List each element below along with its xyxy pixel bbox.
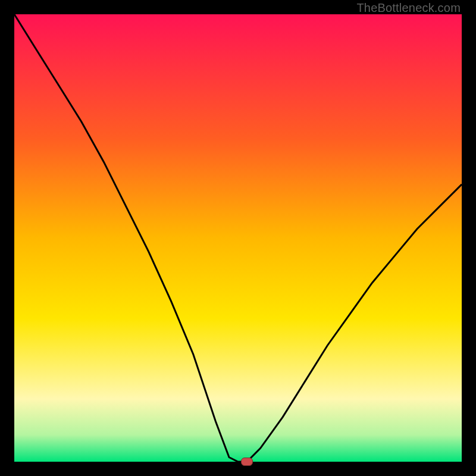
gradient-rect bbox=[14, 14, 462, 462]
bottleneck-marker bbox=[241, 458, 253, 466]
gradient-background bbox=[14, 14, 462, 462]
watermark-text: TheBottleneck.com bbox=[356, 1, 461, 15]
plot-frame bbox=[14, 14, 462, 462]
